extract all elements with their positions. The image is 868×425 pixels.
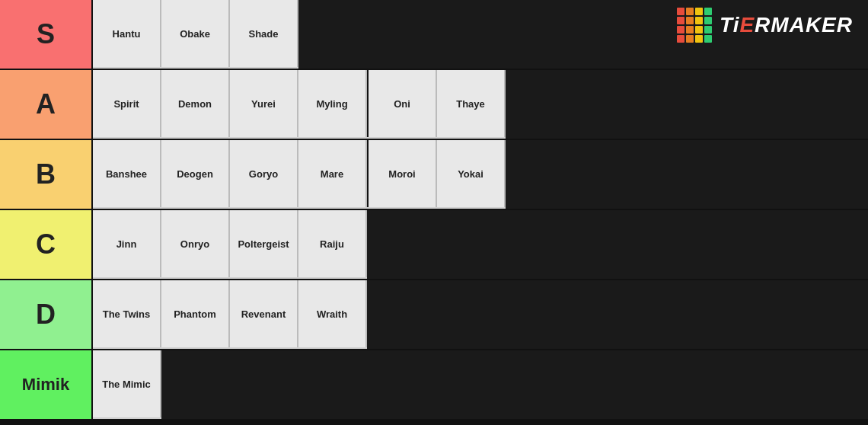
tier-row-c: CJinnOnryoPoltergeistRaiju bbox=[0, 210, 868, 280]
tier-item: Revenant bbox=[230, 280, 298, 347]
logo-tier-text: Ti bbox=[720, 13, 739, 37]
tier-label-s: S bbox=[0, 0, 91, 69]
logo-text: TiERMAKER bbox=[720, 13, 853, 37]
logo-grid-cell bbox=[695, 26, 703, 34]
tier-empty-area bbox=[367, 280, 868, 349]
tier-empty-area bbox=[367, 210, 868, 279]
tier-item: Wraith bbox=[298, 280, 367, 347]
tier-item: Shade bbox=[230, 0, 298, 67]
logo-grid-cell bbox=[704, 26, 712, 34]
tier-row-a: ASpiritDemonYureiMylingOniThaye bbox=[0, 70, 868, 140]
logo-grid-cell bbox=[695, 17, 703, 24]
logo-grid-cell bbox=[695, 8, 703, 15]
tier-item: Phantom bbox=[161, 280, 230, 347]
tier-label-b: B bbox=[0, 140, 91, 209]
logo-grid-cell bbox=[704, 8, 712, 15]
logo-rmaker: RMAKER bbox=[755, 13, 853, 37]
logo-grid-cell bbox=[686, 17, 694, 24]
logo-grid-cell bbox=[704, 17, 712, 24]
tier-item: Goryo bbox=[230, 140, 298, 207]
tier-item: Moroi bbox=[369, 140, 437, 207]
tier-item: The Mimic bbox=[93, 350, 161, 417]
tier-item: Banshee bbox=[93, 140, 161, 207]
tier-item: Raiju bbox=[298, 210, 367, 277]
logo-grid-cell bbox=[686, 35, 694, 43]
tier-item: Jinn bbox=[93, 210, 161, 277]
tier-items-b: BansheeDeogenGoryoMareMoroiYokai bbox=[91, 140, 868, 209]
tier-item: Obake bbox=[161, 0, 230, 67]
tier-items-c: JinnOnryoPoltergeistRaiju bbox=[91, 210, 868, 279]
tier-item: Hantu bbox=[93, 0, 161, 67]
logo-grid-cell bbox=[677, 17, 685, 24]
logo-grid-cell bbox=[686, 26, 694, 34]
logo-grid-cell bbox=[695, 35, 703, 43]
tier-empty-area bbox=[506, 140, 868, 209]
tier-item: Poltergeist bbox=[230, 210, 298, 277]
tier-label-d: D bbox=[0, 280, 91, 349]
tier-item: Oni bbox=[369, 70, 437, 137]
tier-item: Onryo bbox=[161, 210, 230, 277]
tier-items-mimik: The Mimic bbox=[91, 350, 868, 419]
logo-grid-cell bbox=[686, 8, 694, 15]
tier-row-b: BBansheeDeogenGoryoMareMoroiYokai bbox=[0, 140, 868, 210]
tier-item: The Twins bbox=[93, 280, 161, 347]
logo-e: E bbox=[739, 13, 755, 37]
tier-item: Mare bbox=[298, 140, 367, 207]
logo-grid-cell bbox=[677, 26, 685, 34]
tier-row-mimik: MimikThe Mimic bbox=[0, 350, 868, 420]
logo-grid-cell bbox=[704, 35, 712, 43]
tier-item: Deogen bbox=[161, 140, 230, 207]
logo-grid-cell bbox=[677, 35, 685, 43]
tier-item: Myling bbox=[298, 70, 367, 137]
tier-table: SHantuObakeShadeASpiritDemonYureiMylingO… bbox=[0, 0, 868, 420]
tier-empty-area bbox=[506, 70, 868, 139]
tier-item: Yurei bbox=[230, 70, 298, 137]
tier-label-c: C bbox=[0, 210, 91, 279]
tier-label-mimik: Mimik bbox=[0, 350, 91, 419]
logo-grid-cell bbox=[677, 8, 685, 15]
logo-grid bbox=[677, 8, 712, 43]
tier-label-a: A bbox=[0, 70, 91, 139]
tier-empty-area bbox=[161, 350, 868, 419]
tier-items-d: The TwinsPhantomRevenantWraith bbox=[91, 280, 868, 349]
tier-item: Thaye bbox=[437, 70, 506, 137]
header: TiERMAKER bbox=[677, 8, 853, 43]
tier-item: Demon bbox=[161, 70, 230, 137]
app-container: TiERMAKER SHantuObakeShadeASpiritDemonYu… bbox=[0, 0, 868, 425]
tier-row-d: DThe TwinsPhantomRevenantWraith bbox=[0, 280, 868, 350]
tier-item: Yokai bbox=[437, 140, 506, 207]
tier-items-a: SpiritDemonYureiMylingOniThaye bbox=[91, 70, 868, 139]
tier-item: Spirit bbox=[93, 70, 161, 137]
